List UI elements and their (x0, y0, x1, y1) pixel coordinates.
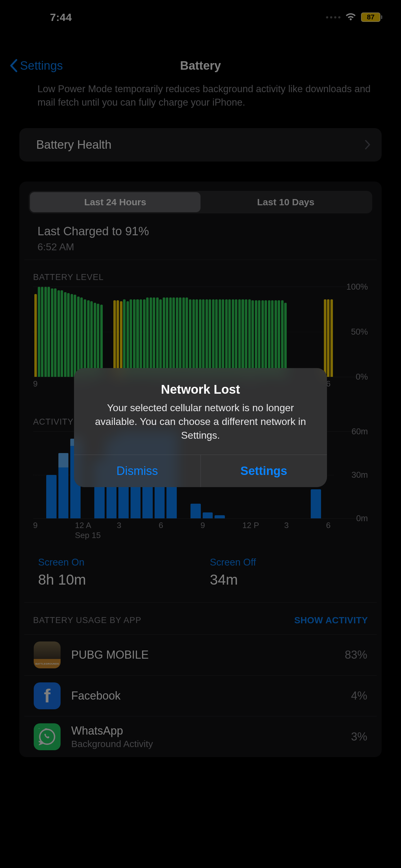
alert-title: Network Lost (89, 382, 312, 397)
network-lost-alert: Network Lost Your selected cellular netw… (74, 368, 327, 487)
alert-message: Your selected cellular network is no lon… (89, 401, 312, 442)
screen: 7:44 87 Settings Battery Low Power Mode … (0, 0, 401, 868)
dismiss-button[interactable]: Dismiss (74, 455, 201, 487)
settings-button[interactable]: Settings (201, 455, 327, 487)
